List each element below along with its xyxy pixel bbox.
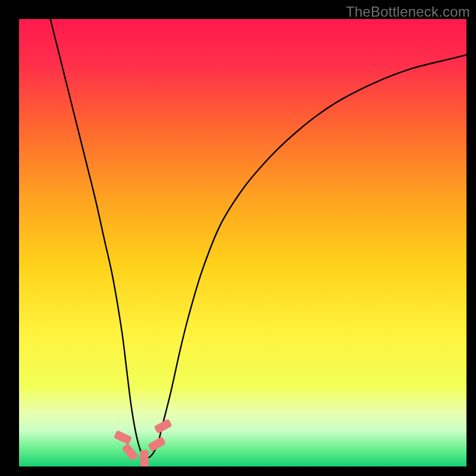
curve-marker (140, 450, 149, 467)
watermark-text: TheBottleneck.com (346, 4, 470, 20)
chart-frame: TheBottleneck.com (0, 0, 476, 476)
gradient-background (19, 19, 466, 466)
bottleneck-chart (19, 19, 466, 466)
plot-area (19, 19, 466, 466)
